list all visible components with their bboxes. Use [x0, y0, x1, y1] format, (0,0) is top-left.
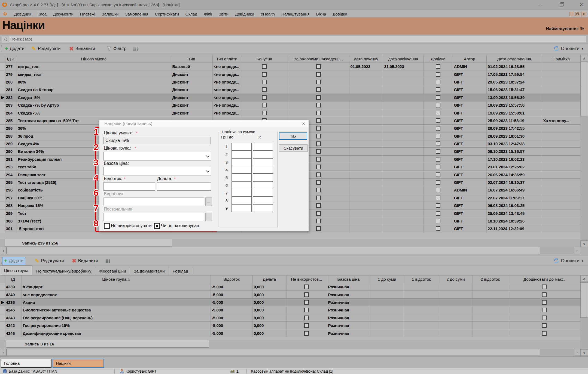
menu-item-Філії[interactable]: Філії — [200, 12, 215, 16]
column-header[interactable]: Цінова група△ — [22, 276, 211, 283]
cell-2-to-sum[interactable] — [439, 322, 473, 329]
cell-delta[interactable]: 0,000 — [252, 291, 286, 298]
cell-edit-date[interactable]: 15.06.2023 15:31:47 — [486, 86, 542, 94]
cell-note[interactable] — [542, 70, 580, 78]
checkbox[interactable] — [436, 165, 440, 169]
mdi-minimize-button[interactable]: – — [569, 12, 574, 16]
scroll-left-icon[interactable]: ‹ — [0, 247, 7, 254]
cell-price-condition[interactable]: Скидка на 6 товар — [17, 86, 171, 94]
row-marker[interactable] — [0, 101, 5, 109]
cell-1-to-sum[interactable] — [370, 291, 404, 298]
checkbox[interactable] — [436, 226, 440, 231]
cell-1-percent[interactable] — [404, 329, 439, 337]
cell-percent[interactable]: -5,000 — [211, 283, 252, 291]
checkbox[interactable] — [542, 285, 547, 289]
cell-edit-date[interactable]: 22.11.2024 12:22:09 — [486, 225, 542, 233]
column-header[interactable]: 2 відсоток — [473, 276, 508, 283]
manufacturer-browse-button[interactable]: ... — [205, 197, 212, 206]
checkbox[interactable] — [316, 219, 321, 223]
cell-price-condition[interactable]: Скидка -7% by Артур — [17, 101, 171, 109]
cell-author[interactable]: GIFT — [453, 148, 486, 155]
cell-delta[interactable]: 0,000 — [252, 329, 286, 337]
sum-percent-input[interactable] — [253, 158, 273, 166]
cell-1-to-sum[interactable] — [370, 329, 404, 337]
row-marker[interactable]: ▶ — [0, 94, 5, 101]
checkbox[interactable] — [436, 141, 440, 146]
sum-amount-input[interactable] — [231, 181, 252, 189]
cell-id[interactable]: 291 — [5, 155, 17, 163]
checkbox[interactable] — [316, 226, 321, 231]
menu-item-Замовлення[interactable]: Замовлення — [122, 12, 151, 16]
cell-date-end[interactable] — [383, 117, 424, 124]
menu-item-Довідник[interactable]: Довідник — [11, 12, 34, 16]
sum-percent-input[interactable] — [253, 150, 273, 158]
checkbox[interactable] — [316, 141, 321, 146]
cell-reference[interactable] — [424, 163, 453, 171]
cell-id[interactable]: 4245 — [5, 306, 22, 314]
table-row[interactable]: 277цитра_тестБазовый<не опреде...01.05.2… — [0, 63, 580, 70]
cell-reference[interactable] — [424, 217, 453, 225]
sum-percent-input[interactable] — [253, 166, 273, 174]
cell-edit-date[interactable]: 17.05.2023 17:59:54 — [486, 70, 542, 78]
add-button-lower[interactable]: + Додати — [2, 257, 25, 265]
row-marker[interactable] — [0, 155, 5, 163]
cell-price-group[interactable]: !Стандарт — [22, 283, 211, 291]
cell-edit-date[interactable]: 13.09.2023 10:56:39 — [486, 94, 542, 101]
manufacturer-input[interactable] — [103, 197, 204, 206]
checkbox[interactable] — [316, 134, 321, 138]
columns-button-lower[interactable] — [103, 257, 112, 265]
row-marker-header[interactable] — [0, 55, 5, 63]
cell-type[interactable]: Дисконт — [171, 70, 212, 78]
checkbox[interactable] — [436, 188, 440, 192]
column-header[interactable]: 2 до суми — [439, 276, 473, 283]
cell-base-price[interactable]: Розничная — [327, 314, 370, 322]
cell-id[interactable]: 4243 — [5, 314, 22, 322]
cell-edit-date[interactable]: 25.09.2023 11:58:19 — [486, 117, 542, 124]
cell-delta[interactable]: 0,000 — [252, 283, 286, 291]
row-marker[interactable] — [0, 78, 5, 86]
cell-reference[interactable] — [424, 178, 453, 186]
row-marker[interactable] — [0, 217, 5, 225]
close-button[interactable]: ✕ — [575, 1, 587, 9]
cell-note[interactable] — [542, 109, 580, 117]
cell-id[interactable]: 293 — [5, 163, 17, 171]
upper-hscroll-thumb[interactable] — [7, 247, 540, 254]
cell-date-start[interactable] — [349, 186, 383, 194]
cell-date-start[interactable] — [349, 101, 383, 109]
cell-note[interactable] — [542, 171, 580, 178]
cell-1-percent[interactable] — [404, 283, 439, 291]
cell-edit-date[interactable]: 17.10.2023 16:02:23 — [486, 155, 542, 163]
row-marker[interactable] — [0, 117, 5, 124]
not-accumulate-checkbox[interactable] — [154, 223, 160, 229]
cell-id[interactable]: 4246 — [5, 329, 22, 337]
checkbox[interactable] — [436, 157, 440, 162]
cell-bonus[interactable] — [241, 70, 288, 78]
row-marker[interactable] — [0, 314, 5, 322]
checkbox[interactable] — [542, 308, 547, 312]
menu-item-Довідники[interactable]: Довідники — [232, 12, 257, 16]
table-row[interactable]: 281Скидка на 6 товарДисконт<не опреде...… — [0, 86, 580, 94]
row-marker[interactable] — [0, 283, 5, 291]
cell-author[interactable]: GIFT — [453, 217, 486, 225]
cell-delta[interactable]: 0,000 — [252, 322, 286, 329]
cell-date-start[interactable] — [349, 217, 383, 225]
cell-note[interactable] — [542, 125, 580, 132]
cell-author[interactable]: GIFT — [453, 202, 486, 209]
cell-gross-invoice[interactable] — [288, 101, 349, 109]
cell-price-condition[interactable]: Скидка -5% — [17, 109, 171, 117]
sum-amount-input[interactable] — [231, 204, 252, 212]
cell-reference[interactable] — [424, 125, 453, 132]
cell-edit-date[interactable]: 06.08.2024 16:03:25 — [486, 202, 542, 209]
row-marker[interactable] — [0, 125, 5, 132]
checkbox[interactable] — [304, 331, 309, 336]
cell-author[interactable]: GIFT — [453, 101, 486, 109]
cell-price-condition[interactable]: цитра_тест — [17, 63, 171, 70]
cell-date-end[interactable] — [383, 86, 424, 94]
row-marker[interactable] — [0, 202, 5, 209]
row-marker[interactable] — [0, 86, 5, 94]
cell-id[interactable]: 4236 — [5, 298, 22, 306]
add-button[interactable]: + Додати — [3, 45, 26, 53]
cell-date-start[interactable] — [349, 140, 383, 147]
cell-edit-date[interactable]: 23.01.2024 12:25:02 — [486, 163, 542, 171]
cell-pay-type[interactable]: <не опреде... — [212, 70, 241, 78]
